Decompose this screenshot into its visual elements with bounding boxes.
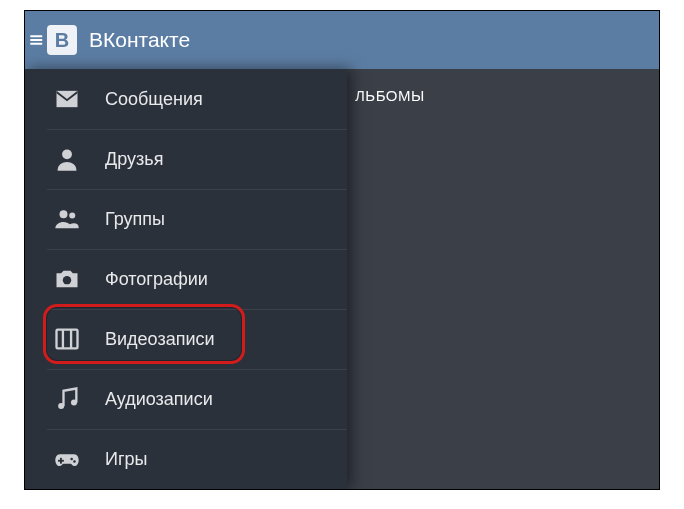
sidebar-item-label: Группы <box>105 209 165 230</box>
sidebar-item-label: Сообщения <box>105 89 203 110</box>
svg-rect-7 <box>57 330 78 349</box>
vk-logo: В <box>47 25 77 55</box>
app-header: В ВКонтакте <box>25 11 659 69</box>
svg-point-14 <box>70 458 73 461</box>
svg-point-5 <box>69 212 75 218</box>
music-icon <box>53 385 81 413</box>
body-area: ЛЬБОМЫ Сообщения Друзья Группы <box>25 69 659 489</box>
sidebar-item-videos[interactable]: Видеозаписи <box>25 309 347 369</box>
menu-button[interactable] <box>25 11 43 69</box>
svg-point-4 <box>60 210 68 218</box>
svg-point-6 <box>63 276 71 284</box>
sidebar-item-label: Фотографии <box>105 269 208 290</box>
sidebar-drawer: Сообщения Друзья Группы Фотографии <box>25 69 347 489</box>
sidebar-item-audio[interactable]: Аудиозаписи <box>25 369 347 429</box>
sidebar-item-friends[interactable]: Друзья <box>25 129 347 189</box>
gamepad-icon <box>53 445 81 473</box>
video-icon <box>53 325 81 353</box>
sidebar-item-messages[interactable]: Сообщения <box>25 69 347 129</box>
svg-rect-13 <box>58 460 64 462</box>
sidebar-item-groups[interactable]: Группы <box>25 189 347 249</box>
sidebar-item-label: Аудиозаписи <box>105 389 213 410</box>
svg-point-3 <box>62 149 72 159</box>
user-icon <box>53 145 81 173</box>
app-title: ВКонтакте <box>89 28 190 52</box>
camera-icon <box>53 265 81 293</box>
tab-albums[interactable]: ЛЬБОМЫ <box>355 87 425 104</box>
sidebar-item-games[interactable]: Игры <box>25 429 347 489</box>
group-icon <box>53 205 81 233</box>
sidebar-item-label: Видеозаписи <box>105 329 215 350</box>
sidebar-item-photos[interactable]: Фотографии <box>25 249 347 309</box>
svg-point-11 <box>71 399 77 405</box>
envelope-icon <box>53 85 81 113</box>
sidebar-item-label: Друзья <box>105 149 163 170</box>
svg-point-10 <box>58 403 64 409</box>
app-frame: В ВКонтакте ЛЬБОМЫ Сообщения Друзья <box>24 10 660 490</box>
svg-point-15 <box>73 460 76 463</box>
sidebar-item-label: Игры <box>105 449 147 470</box>
